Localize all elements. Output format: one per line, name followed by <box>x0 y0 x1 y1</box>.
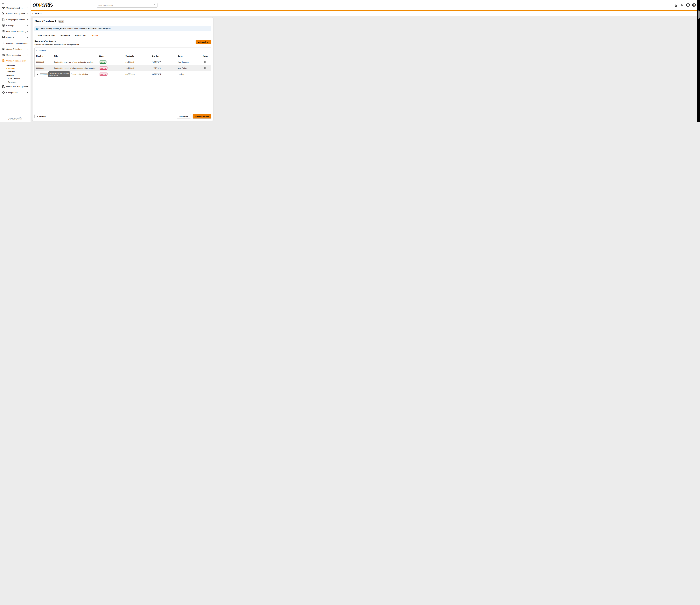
owner: Alex Johnson <box>178 61 203 63</box>
sidebar-item-label: Contracts <box>6 68 15 70</box>
save-draft-button[interactable]: Save draft <box>177 114 191 119</box>
delete-contract-button[interactable] <box>203 66 206 70</box>
end-date: 03/02/2025 <box>152 73 178 75</box>
page-title: New Contract <box>34 19 56 23</box>
database-check-icon <box>2 85 5 88</box>
link-contract-button[interactable]: Link contract <box>196 40 211 44</box>
tab-documents[interactable]: Documents <box>57 33 73 38</box>
sidebar-item-order-processing[interactable]: Order processing <box>0 52 30 58</box>
table-header-row: Number Title Status Start date End date … <box>34 53 211 59</box>
close-icon: ✕ <box>36 115 38 117</box>
column-header-status: Status <box>99 55 125 57</box>
sidebar-item-assistbee[interactable]: Onventis AssistBee <box>0 5 30 11</box>
column-header-owner: Owner <box>178 55 203 57</box>
logo-part: entis <box>42 2 53 8</box>
sidebar-item-customer-administration[interactable]: Customer Administration <box>0 40 30 46</box>
search-icon[interactable] <box>153 4 156 7</box>
tab-general-information[interactable]: General Information <box>34 33 57 38</box>
sidebar-item-settings-templates[interactable]: Templates <box>0 80 30 83</box>
document-handshake-icon <box>2 18 5 21</box>
delete-contract-button[interactable] <box>203 60 206 64</box>
contracts-count: 3 Contracts <box>34 47 211 53</box>
trash-icon <box>204 60 206 63</box>
lock-icon <box>36 73 39 75</box>
sidebar-item-templates[interactable]: Templates <box>0 70 30 73</box>
sidebar-item-contracts[interactable]: Contracts <box>0 67 30 70</box>
table-row[interactable]: 00000004 Contract for supply of miscella… <box>34 65 211 71</box>
contract-title: Contract for provision of post and posta… <box>54 61 99 63</box>
handtruck-icon <box>2 12 5 15</box>
discard-label: Discard <box>39 115 46 117</box>
start-date: 03/02/2024 <box>125 73 152 75</box>
contract-title: Contract for supply of miscellaneous off… <box>54 67 99 69</box>
divider <box>34 25 211 25</box>
sidebar-item-label: Analytics <box>6 36 26 39</box>
sidebar-item-catalogs[interactable]: Catalogs <box>0 23 30 28</box>
sidebar-item-label: Operational Purchasing <box>6 30 26 32</box>
sidebar-item-analytics[interactable]: Analytics <box>0 34 30 40</box>
end-date: 12/11/2026 <box>152 67 178 69</box>
chevron-right-icon <box>26 37 28 38</box>
sidebar-item-supplier-management[interactable]: Supplier management <box>0 11 30 17</box>
content-area: New Contract Draft i Before creating con… <box>31 16 218 122</box>
tab-related[interactable]: Related <box>89 33 101 38</box>
table-row[interactable]: 00000005 Contract for provision of post … <box>34 59 211 65</box>
sidebar-item-label: Order processing <box>6 54 26 56</box>
sidebar-item-core-attributes[interactable]: Core Attributes <box>0 77 30 80</box>
related-contracts-table: 3 Contracts Number Title Status Start da… <box>34 47 211 77</box>
contract-number: 00000001 <box>40 73 48 75</box>
chevron-right-icon <box>26 30 28 32</box>
menu-icon[interactable] <box>2 2 5 4</box>
owner: Lee Brie <box>178 73 203 75</box>
table-row-locked[interactable]: 00000001 f commercial printing Archive 0… <box>34 71 211 77</box>
sidebar-item-quotes-auctions[interactable]: Quotes & Auctions <box>0 46 30 52</box>
search-input[interactable] <box>98 4 153 6</box>
contract-number: 00000004 <box>36 67 44 69</box>
sidebar: Onventis AssistBee Supplier management S… <box>0 0 31 122</box>
tab-permissions[interactable]: Permissions <box>73 33 89 38</box>
section-subtitle: Link and view contracts associated with … <box>34 44 196 46</box>
column-header-number: Number <box>36 55 54 57</box>
chevron-right-icon <box>26 19 28 21</box>
sidebar-item-label: Catalogs <box>6 25 26 27</box>
sidebar-item-label: Strategic procurement <box>6 19 26 21</box>
sidebar-item-label: Configuration <box>6 92 26 94</box>
onventis-logo[interactable]: onventis <box>32 2 53 8</box>
start-date: 01/11/2025 <box>125 61 152 63</box>
new-contract-card: New Contract Draft i Before creating con… <box>32 18 213 121</box>
svg-text:§: § <box>4 61 4 62</box>
chevron-right-icon <box>26 7 28 9</box>
status-badge: Active <box>99 60 107 64</box>
book-icon <box>2 24 5 27</box>
sidebar-item-label: Contract Management <box>6 60 26 62</box>
sidebar-item-settings[interactable]: Settings <box>0 73 30 77</box>
trash-icon <box>204 67 206 69</box>
sidebar-item-operational-purchasing[interactable]: Operational Purchasing <box>0 28 30 34</box>
column-header-end-date: End date <box>152 55 178 57</box>
breadcrumb[interactable]: Contracts <box>32 12 42 15</box>
contract-icon: § <box>2 59 5 62</box>
sidebar-item-contract-management[interactable]: § Contract Management <box>0 58 30 64</box>
info-banner: i Before creating contract, fill in all … <box>34 26 211 31</box>
discard-button[interactable]: ✕ Discard <box>34 114 48 118</box>
sidebar-item-label: Onventis AssistBee <box>6 7 26 9</box>
chevron-right-icon <box>26 13 28 15</box>
document-percent-icon <box>2 47 5 51</box>
info-banner-text: Before creating contract, fill in all re… <box>40 28 111 30</box>
cart-icon <box>2 30 5 33</box>
sidebar-item-strategic-procurement[interactable]: Strategic procurement <box>0 17 30 23</box>
logo-check: v <box>39 2 42 8</box>
sidebar-item-dashboard[interactable]: Dashboard <box>0 64 30 67</box>
sidebar-item-configuration[interactable]: Configuration <box>0 90 30 96</box>
tab-bar: General Information Documents Permission… <box>34 33 211 38</box>
end-date: 20/07/2027 <box>152 61 178 63</box>
chevron-right-icon <box>26 92 28 94</box>
sidebar-item-label: Settings <box>6 74 14 76</box>
sidebar-item-label: Dashboard <box>6 64 16 66</box>
chevron-right-icon <box>28 86 30 88</box>
gear-icon <box>2 91 5 94</box>
sidebar-item-master-data[interactable]: Master data management <box>0 84 30 90</box>
create-contract-button[interactable]: Create contract <box>193 114 211 119</box>
main-area: onventis ? CM Contracts New Contrac <box>31 0 218 122</box>
column-header-start-date: Start date <box>125 55 152 57</box>
